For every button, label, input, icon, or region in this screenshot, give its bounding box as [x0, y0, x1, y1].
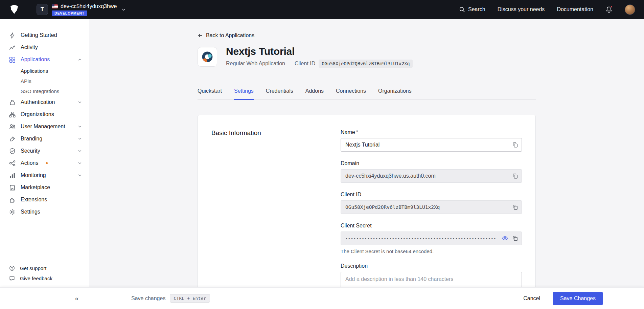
tenant-switcher[interactable]: T dev-cc5hxi4yduxq3hwe DEVELOPMENT [37, 3, 126, 16]
search-button[interactable]: Search [459, 6, 485, 13]
description-field: Description [341, 263, 522, 287]
actions-new-dot [46, 162, 48, 164]
name-label: Name* [341, 129, 522, 135]
client-id-field: Client ID [341, 192, 522, 214]
tenant-avatar: T [37, 4, 48, 15]
required-mark: * [356, 129, 358, 135]
client-id-field-label: Client ID [341, 192, 522, 198]
sidebar-item-activity[interactable]: Activity [0, 41, 89, 53]
paintbrush-icon [9, 136, 16, 142]
save-changes-hint: Save changes [131, 295, 165, 302]
sidebar-item-organizations[interactable]: Organizations [0, 108, 89, 120]
lightning-icon [9, 32, 16, 39]
keyboard-shortcut-badge: CTRL + Enter [170, 294, 210, 303]
app-logo-icon [200, 49, 215, 64]
chevron-down-icon [121, 7, 126, 12]
app-header: Nextjs Tutorial Regular Web Application … [198, 46, 536, 68]
name-input[interactable] [341, 138, 522, 152]
activity-icon [9, 44, 16, 51]
chevron-up-icon [77, 57, 82, 62]
sidebar-item-user-management[interactable]: User Management [0, 120, 89, 133]
client-secret-field: Client Secret The Client Secret is not b… [341, 223, 522, 254]
client-secret-input[interactable] [341, 231, 522, 245]
tab-connections[interactable]: Connections [336, 88, 366, 100]
tab-addons[interactable]: Addons [305, 88, 324, 100]
client-secret-label: Client Secret [341, 223, 522, 229]
organization-icon [9, 111, 16, 118]
save-changes-button[interactable]: Save Changes [553, 292, 603, 305]
reveal-secret-eye-icon[interactable] [502, 235, 508, 241]
discuss-your-needs-link[interactable]: Discuss your needs [498, 6, 545, 13]
sidebar-item-authentication[interactable]: Authentication [0, 96, 89, 108]
us-flag-icon [52, 4, 58, 8]
client-id-chip[interactable]: OGu58XjeOPd2QRv6lzBTBm9l3LU1x2Xq [319, 60, 413, 68]
sidebar-item-applications[interactable]: Applications [0, 53, 89, 66]
sidebar-item-monitoring[interactable]: Monitoring [0, 169, 89, 181]
topbar: T dev-cc5hxi4yduxq3hwe DEVELOPMENT Searc… [0, 0, 644, 19]
chevron-down-icon [77, 124, 82, 129]
get-support-link[interactable]: Get support [0, 263, 89, 273]
back-to-applications-link[interactable]: Back to Applications [198, 32, 254, 39]
user-avatar[interactable] [625, 4, 635, 15]
copy-icon[interactable] [512, 173, 518, 179]
tab-credentials[interactable]: Credentials [266, 88, 293, 100]
sidebar-item-actions[interactable]: Actions [0, 157, 89, 169]
sidebar-item-marketplace[interactable]: Marketplace [0, 181, 89, 194]
copy-icon[interactable] [512, 235, 518, 241]
sidebar-item-extensions[interactable]: Extensions [0, 194, 89, 206]
puzzle-icon [9, 197, 16, 203]
sidebar-item-settings[interactable]: Settings [0, 206, 89, 218]
sidebar-subitem-sso-integrations[interactable]: SSO Integrations [0, 86, 89, 96]
domain-field: Domain [341, 160, 522, 183]
auth0-dashboard: T dev-cc5hxi4yduxq3hwe DEVELOPMENT Searc… [0, 0, 644, 309]
bottom-action-bar: « Save changes CTRL + Enter Cancel Save … [0, 287, 644, 309]
storefront-icon [9, 184, 16, 191]
copy-icon[interactable] [512, 204, 518, 210]
section-heading: Basic Information [211, 129, 327, 287]
flow-icon [9, 160, 16, 167]
sidebar-item-security[interactable]: Security [0, 145, 89, 157]
notifications-bell[interactable] [605, 6, 613, 13]
sidebar: Getting Started Activity Applications Ap… [0, 19, 89, 287]
client-id-input[interactable] [341, 200, 522, 214]
shield-icon [9, 148, 16, 154]
help-circle-icon [9, 265, 15, 271]
chevron-down-icon [77, 149, 82, 153]
applications-grid-icon [9, 57, 16, 63]
chevron-down-icon [77, 136, 82, 141]
chevron-down-icon [77, 173, 82, 178]
documentation-link[interactable]: Documentation [557, 6, 593, 13]
page-title: Nextjs Tutorial [226, 46, 413, 57]
sidebar-subitem-applications[interactable]: Applications [0, 66, 89, 76]
tab-quickstart[interactable]: Quickstart [198, 88, 222, 100]
application-type: Regular Web Application [226, 61, 285, 67]
sidebar-collapse-button[interactable]: « [72, 293, 82, 304]
basic-information-card: Basic Information Name* [198, 115, 536, 287]
description-label: Description [341, 263, 522, 269]
search-icon [459, 6, 465, 13]
sidebar-subitem-apis[interactable]: APIs [0, 76, 89, 86]
chevron-down-icon [77, 161, 82, 165]
cancel-button[interactable]: Cancel [523, 295, 540, 302]
sidebar-item-branding[interactable]: Branding [0, 133, 89, 145]
name-field: Name* [341, 129, 522, 152]
domain-input[interactable] [341, 169, 522, 183]
arrow-left-icon [198, 33, 203, 38]
auth0-logo[interactable] [9, 4, 20, 15]
sidebar-item-getting-started[interactable]: Getting Started [0, 29, 89, 41]
give-feedback-link[interactable]: Give feedback [0, 273, 89, 283]
client-secret-helper-text: The Client Secret is not base64 encoded. [341, 248, 522, 254]
client-id-label: Client ID [295, 61, 315, 67]
gear-icon [9, 209, 16, 215]
lock-icon [9, 99, 16, 106]
environment-badge: DEVELOPMENT [52, 10, 87, 16]
tab-settings[interactable]: Settings [234, 88, 254, 100]
tenant-name: dev-cc5hxi4yduxq3hwe [61, 3, 117, 9]
notification-dot [610, 5, 613, 8]
tab-organizations[interactable]: Organizations [378, 88, 412, 100]
main-content: Back to Applications Nextjs Tutorial Reg… [89, 19, 644, 287]
copy-icon[interactable] [512, 142, 518, 148]
bar-chart-icon [9, 172, 16, 179]
description-textarea[interactable] [341, 272, 522, 287]
domain-label: Domain [341, 160, 522, 167]
